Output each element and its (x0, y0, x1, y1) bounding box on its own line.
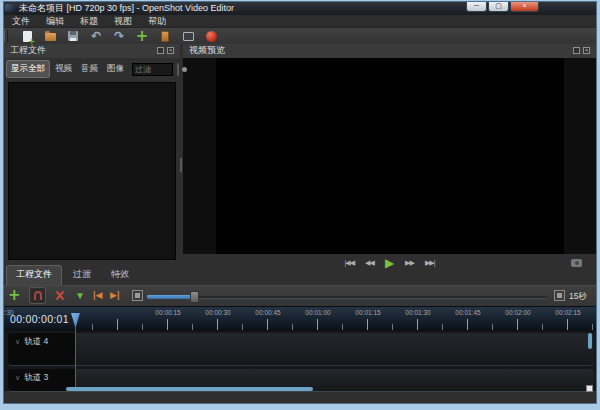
magnet-icon (34, 291, 42, 300)
ruler-label: 00:00:30 (205, 309, 230, 316)
save-project-button[interactable] (66, 29, 80, 43)
choose-profile-button[interactable] (158, 29, 172, 43)
openshot-logo-icon (5, 4, 15, 12)
video-preview-title: 视频预览 (189, 44, 225, 57)
main-toolbar (1, 28, 599, 44)
save-icon (68, 31, 78, 41)
fullscreen-button[interactable] (181, 29, 195, 43)
vertical-scrollbar[interactable] (588, 333, 592, 349)
export-icon (206, 31, 217, 42)
timeline-bottom-strip (1, 391, 599, 405)
import-files-button[interactable] (135, 29, 149, 43)
ruler-label: 00:02:00 (505, 309, 530, 316)
toolbar-grip[interactable] (4, 30, 8, 42)
tab-effects[interactable]: 特效 (102, 266, 138, 285)
redo-button[interactable] (112, 29, 126, 43)
window-title: 未命名项目 [HD 720p 30 fps] - OpenShot Video … (19, 2, 234, 15)
ruler-label: 00:02:15 (555, 309, 580, 316)
ruler-minor-ticks (68, 324, 596, 330)
track-row: ∨ 轨道 4 (8, 333, 594, 365)
chevron-down-icon: ∨ (15, 337, 20, 346)
timecode-display: 00:00:00:01 (10, 313, 69, 325)
open-project-button[interactable] (43, 29, 57, 43)
playback-controls (183, 255, 596, 271)
filter-tab-audio[interactable]: 音频 (77, 61, 102, 77)
clear-filter-button[interactable] (177, 63, 179, 76)
filter-tab-video[interactable]: 视频 (51, 61, 76, 77)
zoom-slider-groove[interactable] (147, 296, 547, 299)
capture-frame-icon[interactable] (571, 259, 582, 267)
play-button[interactable] (385, 256, 394, 270)
zoom-scale-icon[interactable] (554, 290, 565, 301)
title-bar[interactable]: 未命名项目 [HD 720p 30 fps] - OpenShot Video … (1, 1, 599, 15)
close-preview-panel-icon[interactable]: × (583, 47, 590, 54)
add-track-button[interactable]: + (8, 288, 21, 303)
tab-transitions[interactable]: 过渡 (64, 266, 100, 285)
project-files-title: 工程文件 (10, 44, 46, 57)
menu-file[interactable]: 文件 (4, 15, 38, 28)
next-marker-button[interactable] (110, 290, 119, 301)
close-button[interactable]: × (510, 1, 539, 12)
timeline-toolbar: + 15秒 (1, 285, 599, 306)
filter-tab-show-all[interactable]: 显示全部 (6, 60, 50, 78)
scrollbar-corner-handle[interactable] (586, 385, 593, 392)
tab-project-files[interactable]: 工程文件 (6, 265, 62, 285)
jump-to-end-button[interactable] (425, 256, 435, 270)
project-files-list[interactable] (8, 82, 176, 260)
ruler-label: 00:00:45 (255, 309, 280, 316)
openshot-window: 未命名项目 [HD 720p 30 fps] - OpenShot Video … (0, 0, 600, 410)
new-project-button[interactable] (20, 29, 34, 43)
ruler-label: 00:01:00 (305, 309, 330, 316)
video-preview-area (183, 58, 596, 254)
track-header[interactable]: ∨ 轨道 3 (8, 369, 75, 391)
ruler-label: 00:02:30 (0, 309, 14, 316)
filter-tab-image[interactable]: 图像 (103, 61, 128, 77)
timeline-ruler[interactable]: 00:00:00:01 00:00:15 00:00:30 00:00:45 0… (1, 306, 599, 331)
panel-splitter-handle[interactable] (180, 158, 182, 172)
track-name: 轨道 3 (24, 373, 48, 382)
zoom-scale-label: 15秒 (569, 291, 587, 303)
open-folder-icon (45, 33, 56, 41)
horizontal-scrollbar[interactable] (66, 387, 313, 391)
rewind-button[interactable] (365, 256, 374, 270)
fullscreen-icon (183, 32, 194, 41)
filter-input[interactable] (132, 63, 173, 76)
video-preview-panel-header: 视频预览 × (183, 43, 596, 58)
video-frame (216, 58, 564, 254)
ruler-label: 00:01:30 (405, 309, 430, 316)
maximize-button[interactable]: ▢ (488, 1, 509, 12)
close-panel-icon[interactable]: × (167, 47, 174, 54)
window-controls: ─ ▢ × (466, 1, 539, 12)
media-filter-bar: 显示全部 视频 音频 图像 (6, 59, 178, 79)
fast-forward-button[interactable] (405, 256, 414, 270)
ruler-label: 00:01:15 (355, 309, 380, 316)
track-header[interactable]: ∨ 轨道 4 (8, 333, 75, 365)
snapping-toggle-button[interactable] (29, 287, 46, 304)
zoom-slider-handle[interactable] (190, 291, 199, 303)
float-preview-panel-icon[interactable] (573, 47, 580, 54)
timeline-tracks-area: ∨ 轨道 4 ∨ 轨道 3 (1, 331, 599, 391)
center-playhead-button[interactable] (132, 290, 143, 301)
minimize-button[interactable]: ─ (466, 1, 487, 12)
zoom-slider-fill (147, 295, 193, 299)
playhead-line (75, 327, 76, 387)
export-video-button[interactable] (204, 29, 218, 43)
menu-edit[interactable]: 编辑 (38, 15, 72, 28)
undo-button[interactable] (89, 29, 103, 43)
menu-help[interactable]: 帮助 (140, 15, 174, 28)
previous-marker-button[interactable] (93, 290, 102, 301)
jump-to-start-button[interactable] (345, 256, 355, 270)
profile-icon (161, 31, 169, 42)
ruler-label: 00:01:45 (455, 309, 480, 316)
razor-tool-button[interactable] (54, 290, 65, 301)
ruler-label: 00:00:15 (155, 309, 180, 316)
chevron-down-icon: ∨ (15, 373, 20, 382)
menu-view[interactable]: 视图 (106, 15, 140, 28)
menu-title[interactable]: 标题 (72, 15, 106, 28)
track-clip-area[interactable] (75, 333, 594, 365)
track-name: 轨道 4 (24, 337, 48, 346)
add-marker-button[interactable] (75, 290, 85, 301)
menu-bar: 文件 编辑 标题 视图 帮助 (1, 15, 599, 28)
new-project-icon (23, 31, 32, 42)
float-panel-icon[interactable] (157, 47, 164, 54)
